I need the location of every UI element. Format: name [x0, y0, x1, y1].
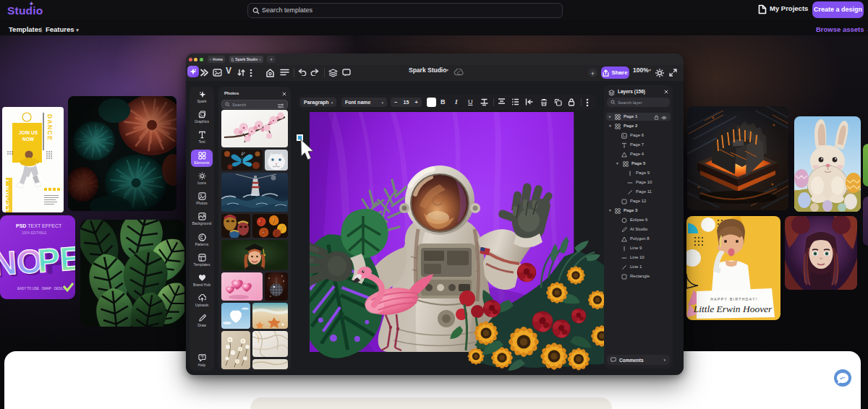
- svg-text:Little Erwin Hoover: Little Erwin Hoover: [693, 303, 773, 314]
- svg-text:100% EDITABLE: 100% EDITABLE: [22, 231, 46, 235]
- svg-text:NOW: NOW: [22, 137, 35, 142]
- svg-text:LEARN TO: LEARN TO: [3, 172, 10, 211]
- svg-text:HAPPY BIRTHDAY!: HAPPY BIRTHDAY!: [710, 297, 757, 301]
- svg-text:JOIN US: JOIN US: [19, 130, 38, 135]
- svg-text:EASY TO USE · SWAP · DESILY: EASY TO USE · SWAP · DESILY: [17, 287, 65, 290]
- svg-text:PSD TEXT EFFECT: PSD TEXT EFFECT: [16, 223, 62, 228]
- svg-text:DANCE: DANCE: [46, 114, 54, 141]
- svg-text:PE: PE: [36, 239, 75, 280]
